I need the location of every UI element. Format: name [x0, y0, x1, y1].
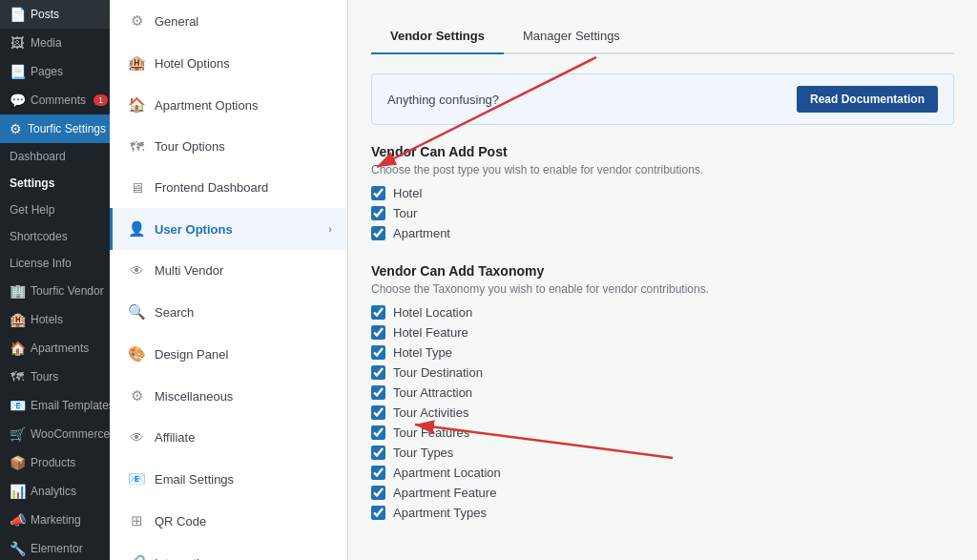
post-checkbox-item: Tour — [371, 206, 954, 220]
sidebar-label: Dashboard — [10, 150, 66, 163]
sidebar-icon: 🖼 — [10, 35, 25, 51]
menu-item-multi-vendor[interactable]: 👁Multi Vendor — [110, 250, 347, 291]
sidebar-item-woocommerce[interactable]: 🛒WooCommerce — [0, 420, 110, 448]
read-documentation-button[interactable]: Read Documentation — [797, 86, 938, 113]
sidebar-item-pages[interactable]: 📃Pages — [0, 57, 110, 86]
menu-item-design-panel[interactable]: 🎨Design Panel — [110, 333, 347, 375]
menu-item-affiliate[interactable]: 👁Affiliate — [110, 417, 347, 458]
sidebar-label: License Info — [10, 257, 72, 270]
taxonomy-checkbox-label[interactable]: Tour Activities — [393, 405, 468, 420]
post-checkbox-label[interactable]: Hotel — [393, 186, 422, 200]
taxonomy-checkbox-item: Apartment Feature — [371, 486, 954, 500]
taxonomy-checkbox[interactable] — [371, 405, 385, 420]
taxonomy-checkbox-label[interactable]: Tour Destination — [393, 365, 483, 380]
taxonomy-checkbox[interactable] — [371, 446, 385, 460]
menu-item-tour-options[interactable]: 🗺Tour Options — [110, 126, 347, 167]
sidebar-label: Products — [31, 456, 75, 469]
banner-text: Anything confusing? — [387, 93, 499, 107]
taxonomy-checkbox[interactable] — [371, 385, 385, 400]
menu-icon: 🎨 — [128, 345, 145, 363]
sidebar-item-tours[interactable]: 🗺Tours — [0, 363, 110, 391]
taxonomy-checkbox[interactable] — [371, 506, 385, 520]
menu-label: QR Code — [155, 514, 206, 529]
taxonomy-checkbox[interactable] — [371, 305, 385, 320]
post-checkbox-label[interactable]: Apartment — [393, 226, 450, 240]
sidebar-item-posts[interactable]: 📄Posts — [0, 0, 110, 29]
tab-vendor-settings[interactable]: Vendor Settings — [371, 19, 504, 54]
taxonomy-checkbox[interactable] — [371, 345, 385, 360]
taxonomy-checkbox-label[interactable]: Hotel Feature — [393, 325, 468, 340]
taxonomy-checkbox[interactable] — [371, 425, 385, 440]
menu-icon: 📧 — [128, 470, 145, 487]
menu-icon: 🔍 — [128, 303, 145, 321]
menu-item-email-settings[interactable]: 📧Email Settings — [110, 458, 347, 500]
sidebar-item-marketing[interactable]: 📣Marketing — [0, 506, 110, 534]
menu-item-search[interactable]: 🔍Search — [110, 291, 347, 333]
menu-item-user-options[interactable]: 👤User Options› — [110, 208, 347, 250]
sidebar-item-hotels[interactable]: 🏨Hotels — [0, 305, 110, 334]
menu-item-hotel-options[interactable]: 🏨Hotel Options — [110, 42, 347, 84]
menu-item-qr-code[interactable]: ⊞QR Code — [110, 500, 347, 542]
sidebar-icon: 🏠 — [10, 341, 25, 356]
sidebar-icon: 📃 — [10, 64, 25, 79]
taxonomy-checkbox-label[interactable]: Tour Features — [393, 425, 469, 440]
taxonomy-checkbox-label[interactable]: Apartment Location — [393, 466, 501, 480]
taxonomy-checkbox-label[interactable]: Apartment Types — [393, 506, 487, 520]
sidebar-item-analytics[interactable]: 📊Analytics — [0, 477, 110, 506]
sidebar-item-tourfic-settings[interactable]: ⚙Tourfic Settings — [0, 114, 110, 143]
sidebar-icon: 🏢 — [10, 283, 25, 299]
sidebar-item-elementor[interactable]: 🔧Elementor — [0, 534, 110, 560]
sidebar-item-get-help[interactable]: Get Help — [0, 197, 110, 223]
tab-manager-settings[interactable]: Manager Settings — [504, 19, 639, 54]
sidebar-item-apartments[interactable]: 🏠Apartments — [0, 334, 110, 363]
taxonomy-checkbox[interactable] — [371, 325, 385, 340]
sidebar-item-tourfic-vendor[interactable]: 🏢Tourfic Vendor — [0, 277, 110, 305]
menu-label: Apartment Options — [155, 98, 258, 113]
taxonomy-checkbox-item: Tour Features — [371, 425, 954, 440]
sidebar-item-dashboard[interactable]: Dashboard — [0, 143, 110, 170]
sidebar-item-email-templates[interactable]: 📧Email Templates — [0, 391, 110, 420]
sidebar-label: Email Templates — [31, 399, 110, 412]
menu-icon: 🔗 — [128, 554, 145, 560]
menu-item-general[interactable]: ⚙General — [110, 0, 347, 42]
post-checkbox-label[interactable]: Tour — [393, 206, 417, 220]
sidebar-item-products[interactable]: 📦Products — [0, 448, 110, 477]
menu-label: Miscellaneous — [155, 389, 233, 404]
taxonomy-checkbox[interactable] — [371, 486, 385, 500]
taxonomy-checkbox-label[interactable]: Tour Types — [393, 446, 453, 460]
vendor-add-taxonomy-section: Vendor Can Add Taxonomy Choose the Taxon… — [371, 263, 954, 520]
taxonomy-checkbox-label[interactable]: Apartment Feature — [393, 486, 496, 500]
sidebar-item-comments[interactable]: 💬Comments1 — [0, 86, 110, 114]
menu-label: Design Panel — [155, 347, 228, 362]
menu-icon: ⊞ — [128, 512, 145, 529]
menu-item-apartment-options[interactable]: 🏠Apartment Options — [110, 84, 347, 126]
sidebar-item-shortcodes[interactable]: Shortcodes — [0, 223, 110, 250]
taxonomy-checkbox-item: Tour Activities — [371, 405, 954, 420]
settings-menu: ⚙General🏨Hotel Options🏠Apartment Options… — [110, 0, 348, 560]
menu-item-integration[interactable]: 🔗Integration — [110, 542, 347, 560]
menu-icon: 👤 — [128, 220, 145, 238]
taxonomy-checkbox[interactable] — [371, 365, 385, 380]
taxonomy-checkbox-label[interactable]: Tour Attraction — [393, 385, 472, 400]
sidebar-item-license-info[interactable]: License Info — [0, 250, 110, 277]
sidebar-item-media[interactable]: 🖼Media — [0, 29, 110, 57]
menu-item-miscellaneous[interactable]: ⚙Miscellaneous — [110, 375, 347, 417]
sidebar-label: Marketing — [31, 513, 81, 527]
sidebar-item-settings[interactable]: Settings — [0, 170, 110, 197]
menu-icon: 🗺 — [128, 138, 145, 155]
post-checkbox[interactable] — [371, 186, 385, 200]
sidebar-label: Media — [31, 36, 62, 50]
taxonomy-checkbox-label[interactable]: Hotel Type — [393, 345, 452, 360]
menu-label: Search — [155, 305, 194, 320]
menu-label: Affiliate — [155, 430, 195, 445]
taxonomy-checkbox-label[interactable]: Hotel Location — [393, 305, 472, 320]
sidebar-label: Apartments — [31, 342, 89, 355]
taxonomy-checkbox-item: Hotel Location — [371, 305, 954, 320]
info-banner: Anything confusing? Read Documentation — [371, 73, 954, 125]
post-checkbox[interactable] — [371, 206, 385, 220]
sidebar-icon: 📣 — [10, 512, 25, 528]
post-checkbox[interactable] — [371, 226, 385, 240]
menu-item-frontend-dashboard[interactable]: 🖥Frontend Dashboard — [110, 167, 347, 208]
taxonomy-checkbox[interactable] — [371, 466, 385, 480]
sidebar-label: Tours — [31, 370, 58, 384]
